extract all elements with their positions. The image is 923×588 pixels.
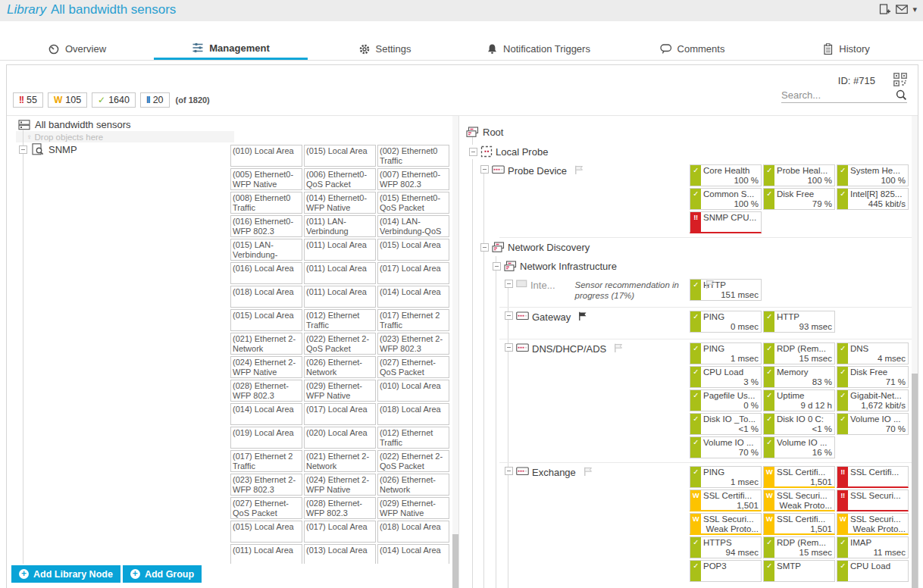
library-sensor-tile[interactable]: (010) Local Area	[377, 380, 449, 402]
sensor-tile[interactable]: ✓Pagefile Us...0 %	[690, 389, 762, 411]
library-sensor-tile[interactable]: (011) Local Area	[304, 239, 376, 261]
sensor-tile[interactable]: ✓Memory83 %	[763, 366, 835, 388]
right-scrollbar-thumb[interactable]	[912, 374, 918, 588]
sensor-tile[interactable]: ✓IMAP11 msec	[837, 536, 909, 558]
library-sensor-tile[interactable]: (018) Local Area	[377, 521, 449, 543]
collapse-icon[interactable]	[505, 343, 513, 352]
library-sensor-tile[interactable]: (029) Ethernet-WFP Native	[304, 380, 376, 402]
library-sensor-tile[interactable]: (012) Ethernet Traffic	[304, 309, 376, 331]
tree-node-device[interactable]: Gateway	[505, 311, 588, 323]
sensor-tile[interactable]: ✓Gigabit-Net...1,672 kbit/s	[837, 389, 909, 411]
sensor-tile[interactable]: ✓Core Health100 %	[690, 164, 762, 186]
tree-node-device[interactable]: Inte...Sensor recommendation in progress…	[505, 280, 715, 302]
search-input[interactable]: Search...	[781, 89, 907, 103]
library-sensor-tile[interactable]: (024) Ethernet 2-WFP Native	[304, 474, 376, 496]
library-sensor-tile[interactable]: (012) Ethernet Traffic	[377, 427, 449, 449]
tree-node-device[interactable]: Probe Device	[480, 165, 584, 177]
library-sensor-tile[interactable]: (018) Local Area	[377, 403, 449, 425]
tree-node-local-probe[interactable]: Local Probe	[460, 142, 918, 161]
library-sensor-tile[interactable]: (028) Ethernet-WFP 802.3	[230, 380, 302, 402]
sensor-tile[interactable]: ✓Volume IO ...70 %	[837, 413, 909, 435]
library-sensor-tile[interactable]: (006) Ethernet0-QoS Packet	[304, 168, 376, 190]
library-sensor-tile[interactable]: (019) Local Area	[230, 427, 302, 449]
library-sensor-tile[interactable]: (015) Local Area	[230, 521, 302, 543]
status-badge-ok[interactable]: ✓1640	[92, 92, 136, 108]
library-sensor-tile[interactable]: (027) Ethernet-QoS Packet	[230, 497, 302, 519]
library-sensor-tile[interactable]: (029) Ethernet-WFP Native	[377, 497, 449, 519]
library-sensor-tile[interactable]: (013) Local Area	[304, 544, 376, 564]
library-sensor-tile[interactable]: (017) Local Area	[377, 262, 449, 284]
sensor-tile[interactable]: ✓HTTP93 msec	[763, 311, 835, 333]
library-sensor-tile[interactable]: (026) Ethernet-Network	[304, 356, 376, 378]
collapse-icon[interactable]	[505, 311, 513, 320]
tab-settings[interactable]: Settings	[308, 38, 462, 60]
sensor-tile[interactable]: WSSL Certifi...1,501	[690, 489, 762, 511]
sensor-tile[interactable]: !!SSL Securi...	[837, 489, 909, 511]
library-sensor-tile[interactable]: (014) LAN-Verbindung-QoS	[377, 215, 449, 237]
tree-node-group[interactable]: Network Infrastructure	[460, 257, 918, 276]
caret-down-icon[interactable]: ▾	[912, 5, 917, 14]
status-badge-paused[interactable]: II20	[140, 92, 170, 108]
tab-notification-triggers[interactable]: Notification Triggers	[462, 38, 615, 60]
library-sensor-tile[interactable]: (028) Ethernet-WFP 802.3	[304, 497, 376, 519]
library-sensor-tile[interactable]: (015) Ethernet0-QoS Packet	[377, 192, 449, 214]
collapse-icon[interactable]	[19, 145, 27, 154]
library-sensor-tile[interactable]: (022) Ethernet 2-QoS Packet	[304, 333, 376, 355]
sensor-tile[interactable]: ✓Intel[R] 825...445 kbit/s	[837, 188, 909, 210]
tab-comments[interactable]: Comments	[615, 38, 769, 60]
sensor-tile[interactable]: ✓DNS4 msec	[837, 342, 909, 364]
collapse-icon[interactable]	[469, 148, 477, 156]
tab-overview[interactable]: Overview	[0, 38, 154, 60]
library-sensor-tile[interactable]: (014) Local Area	[377, 286, 449, 308]
collapse-icon[interactable]	[505, 280, 513, 288]
library-sensor-tile[interactable]: (021) Ethernet 2-Network	[304, 450, 376, 472]
sensor-tile[interactable]: ✓CPU Load	[837, 560, 909, 582]
sensor-tile[interactable]: ✓Common S...100 %	[690, 188, 762, 210]
sensor-tile[interactable]: WSSL Securi...Weak Proto...	[690, 513, 762, 535]
sensor-tile[interactable]: WSSL Certifi...1,501	[763, 466, 835, 488]
library-sensor-tile[interactable]: (023) Ethernet 2-WFP 802.3	[230, 474, 302, 496]
library-sensor-tile[interactable]: (015) LAN-Verbindung-	[230, 239, 302, 261]
sensor-tile[interactable]: ✓PING0 msec	[690, 311, 762, 333]
left-scrollbar-thumb[interactable]	[452, 534, 458, 588]
sensor-tile[interactable]: ✓PING1 msec	[690, 342, 762, 364]
tab-management[interactable]: Management	[154, 38, 308, 60]
sensor-tile[interactable]: ✓CPU Load3 %	[690, 366, 762, 388]
sensor-tile[interactable]: ✓Disk Free71 %	[837, 366, 909, 388]
sensor-tile[interactable]: !!SNMP CPU...	[690, 211, 762, 233]
qr-code-icon[interactable]	[893, 73, 907, 86]
library-sensor-tile[interactable]: (017) Local Area	[304, 521, 376, 543]
library-sensor-tile[interactable]: (024) Ethernet 2-WFP Native	[230, 356, 302, 378]
sensor-tile[interactable]: WSSL Securi...Weak Proto...	[837, 513, 909, 535]
library-sensor-tile[interactable]: (014) Local Area	[230, 403, 302, 425]
library-sensor-tile[interactable]: (017) Ethernet 2 Traffic	[377, 309, 449, 331]
email-icon[interactable]	[896, 5, 908, 14]
tree-node-device[interactable]: DNS/DHCP/ADS	[505, 343, 624, 355]
sensor-tile[interactable]: ✓Probe Heal...100 %	[763, 164, 835, 186]
sensor-tile[interactable]: ✓Disk Free79 %	[763, 188, 835, 210]
library-sensor-tile[interactable]: (016) Local Area	[230, 262, 302, 284]
library-sensor-tile[interactable]: (027) Ethernet-QoS Packet	[377, 356, 449, 378]
library-sensor-tile[interactable]: (015) Local Area	[304, 145, 376, 167]
library-sensor-tile[interactable]: (011) LAN-Verbindung	[304, 215, 376, 237]
add-group-button[interactable]: + Add Group	[123, 565, 202, 583]
sensor-tile[interactable]: ✓SMTP	[763, 560, 835, 582]
library-sensor-tile[interactable]: (015) Local Area	[377, 239, 449, 261]
sensor-tile[interactable]: ✓Volume IO ...16 %	[763, 436, 835, 458]
library-sensor-tile[interactable]: (014) Local Area	[377, 544, 449, 564]
tree-node-root[interactable]: Root	[460, 123, 918, 142]
collapse-icon[interactable]	[505, 467, 513, 475]
sensor-tile[interactable]: WSSL Certifi...1,501	[763, 513, 835, 535]
library-sensor-tile[interactable]: (021) Ethernet 2-Network	[230, 333, 302, 355]
library-sensor-tile[interactable]: (026) Ethernet-Network	[377, 474, 449, 496]
tree-node-group[interactable]: Network Discovery	[460, 238, 918, 257]
library-sensor-tile[interactable]: (005) Ethernet0-WFP Native	[230, 168, 302, 190]
collapse-icon[interactable]	[480, 243, 489, 252]
library-sensor-tile[interactable]: (008) Ethernet0 Traffic	[230, 192, 302, 214]
sensor-tile[interactable]: ✓RDP (Rem...15 msec	[763, 342, 835, 364]
sensor-tile[interactable]: !!SSL Certifi...	[837, 466, 909, 488]
library-node-snmp[interactable]: SNMP	[19, 143, 77, 155]
library-sensor-tile[interactable]: (020) Local Area	[304, 427, 376, 449]
add-report-icon[interactable]	[879, 4, 891, 15]
tree-node-device[interactable]: Exchange	[505, 467, 593, 478]
